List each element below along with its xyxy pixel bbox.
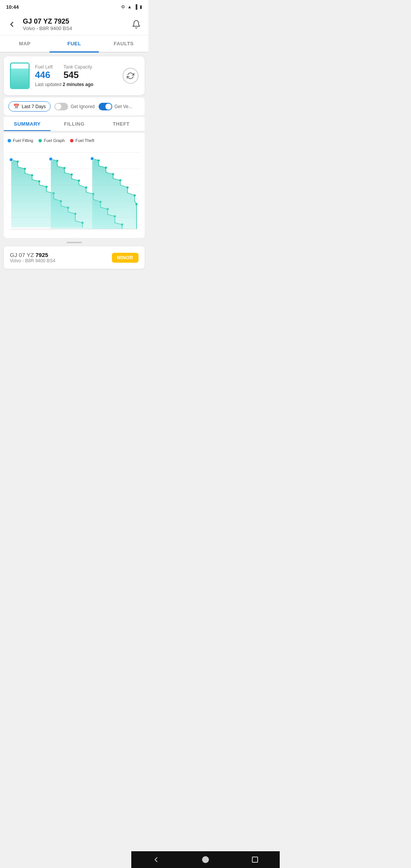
svg-point-8 — [17, 160, 19, 163]
chart-svg — [8, 147, 141, 234]
wifi-icon: ▲ — [127, 4, 132, 10]
header: GJ 07 YZ 7925 Volvo - B8R 9400 BS4 — [0, 14, 148, 35]
legend-dot-teal — [38, 139, 42, 142]
tab-map[interactable]: MAP — [0, 35, 49, 52]
svg-point-39 — [10, 158, 13, 161]
battery-icon: ▮ — [140, 4, 142, 10]
calendar-icon: 📅 — [13, 104, 19, 109]
tab-faults[interactable]: FAULTS — [99, 35, 148, 52]
minor-badge[interactable]: MINOR — [112, 253, 139, 263]
sub-tab-theft[interactable]: THEFT — [98, 117, 145, 131]
svg-point-41 — [91, 157, 94, 160]
settings-icon: ⚙ — [121, 4, 125, 10]
vehicle-model: Volvo - B8R 9400 BS4 — [10, 258, 55, 263]
sub-tabs: SUMMARY FILLING THEFT — [4, 117, 145, 131]
header-subtitle: Volvo - B8R 9400 BS4 — [23, 26, 125, 31]
legend-fuel-theft: Fuel Theft — [70, 138, 94, 143]
main-tabs: MAP FUEL FAULTS — [0, 35, 148, 53]
svg-point-23 — [78, 180, 80, 182]
svg-point-20 — [56, 160, 59, 162]
svg-point-21 — [64, 167, 66, 169]
svg-point-32 — [97, 160, 100, 162]
svg-point-33 — [105, 167, 107, 169]
svg-point-35 — [119, 179, 121, 182]
legend-dot-red — [70, 139, 73, 142]
date-filter-label: Last 7 Days — [22, 104, 46, 109]
tab-fuel[interactable]: FUEL — [49, 35, 99, 52]
notification-button[interactable] — [129, 18, 143, 31]
legend-fuel-filling: Fuel Filling — [8, 138, 33, 143]
last-updated: Last updated 2 minutes ago — [35, 82, 117, 87]
tank-capacity-value: 545 — [64, 70, 92, 80]
vehicle-id: GJ 07 YZ 7925 — [10, 252, 55, 258]
bottom-card-info: GJ 07 YZ 7925 Volvo - B8R 9400 BS4 — [10, 252, 55, 263]
svg-point-24 — [85, 187, 87, 189]
fuel-info: Fuel Left 446 Tank Capacity 545 Last upd… — [35, 64, 117, 87]
svg-point-38 — [135, 203, 138, 205]
fuel-chart — [8, 147, 141, 234]
chart-legend: Fuel Filling Fuel Graph Fuel Theft — [8, 138, 141, 143]
date-filter-chip[interactable]: 📅 Last 7 Days — [8, 101, 51, 112]
sub-tab-summary[interactable]: SUMMARY — [4, 117, 51, 131]
legend-dot-blue — [8, 139, 11, 142]
filter-bar: 📅 Last 7 Days Get Ignored Get Ve... — [4, 97, 145, 115]
svg-point-22 — [71, 174, 73, 176]
status-time: 10:44 — [6, 4, 19, 10]
svg-point-10 — [31, 174, 33, 176]
toggle-knob-vehicle — [105, 104, 112, 110]
svg-point-9 — [24, 168, 26, 170]
fuel-gauge — [10, 62, 30, 89]
signal-icon: ▐ — [134, 4, 137, 10]
refresh-button[interactable] — [123, 68, 139, 84]
header-info: GJ 07 YZ 7925 Volvo - B8R 9400 BS4 — [23, 18, 125, 31]
bottom-card: GJ 07 YZ 7925 Volvo - B8R 9400 BS4 MINOR — [4, 246, 145, 269]
fuel-left-value: 446 — [35, 70, 53, 80]
get-ignored-toggle-chip: Get Ignored — [54, 103, 94, 110]
fuel-card: Fuel Left 446 Tank Capacity 545 Last upd… — [4, 56, 145, 95]
svg-point-34 — [112, 173, 114, 176]
get-ignored-toggle[interactable] — [54, 103, 68, 110]
status-icons: ⚙ ▲ ▐ ▮ — [121, 4, 142, 10]
get-vehicle-toggle[interactable] — [99, 103, 112, 110]
drag-handle[interactable] — [67, 242, 82, 243]
get-vehicle-toggle-chip: Get Ve... — [99, 103, 132, 110]
get-vehicle-label: Get Ve... — [115, 104, 132, 109]
fuel-gauge-fill — [11, 69, 29, 88]
tank-capacity-group: Tank Capacity 545 — [64, 64, 92, 80]
toggle-knob-ignored — [55, 104, 61, 110]
fuel-left-label: Fuel Left 446 — [35, 64, 53, 80]
svg-point-40 — [49, 157, 53, 161]
svg-point-37 — [134, 194, 136, 196]
header-title: GJ 07 YZ 7925 — [23, 18, 125, 26]
get-ignored-label: Get Ignored — [70, 104, 94, 109]
sub-tab-filling[interactable]: FILLING — [51, 117, 97, 131]
chart-section: Fuel Filling Fuel Graph Fuel Theft — [4, 133, 145, 238]
svg-point-36 — [126, 187, 129, 189]
legend-fuel-graph: Fuel Graph — [38, 138, 65, 143]
status-bar: 10:44 ⚙ ▲ ▐ ▮ — [0, 0, 148, 14]
svg-point-12 — [45, 186, 48, 188]
fuel-labels-row: Fuel Left 446 Tank Capacity 545 — [35, 64, 117, 80]
back-button[interactable] — [5, 18, 18, 31]
svg-point-11 — [38, 180, 40, 183]
